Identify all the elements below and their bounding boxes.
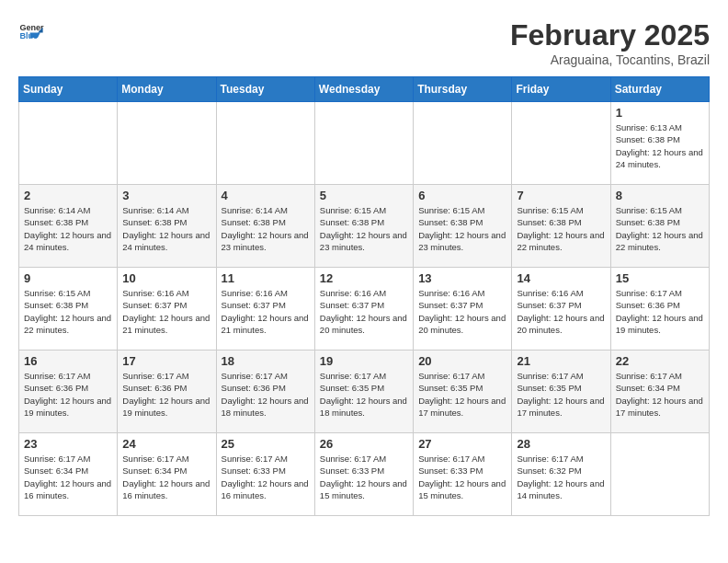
weekday-header-wednesday: Wednesday (314, 77, 413, 102)
week-row-3: 9Sunrise: 6:15 AMSunset: 6:38 PMDaylight… (19, 268, 710, 350)
day-info: Sunrise: 6:16 AMSunset: 6:37 PMDaylight:… (320, 287, 408, 336)
day-cell: 2Sunrise: 6:14 AMSunset: 6:38 PMDaylight… (19, 185, 118, 268)
day-cell: 18Sunrise: 6:17 AMSunset: 6:36 PMDayligh… (216, 350, 314, 433)
weekday-header-friday: Friday (512, 77, 610, 102)
subtitle: Araguaina, Tocantins, Brazil (510, 52, 710, 67)
day-info: Sunrise: 6:17 AMSunset: 6:34 PMDaylight:… (24, 453, 112, 501)
day-cell: 4Sunrise: 6:14 AMSunset: 6:38 PMDaylight… (216, 185, 314, 268)
day-info: Sunrise: 6:15 AMSunset: 6:38 PMDaylight:… (24, 287, 112, 336)
day-number: 19 (320, 354, 408, 368)
day-number: 24 (122, 437, 210, 451)
day-cell: 15Sunrise: 6:17 AMSunset: 6:36 PMDayligh… (610, 268, 709, 350)
day-cell: 28Sunrise: 6:17 AMSunset: 6:32 PMDayligh… (512, 433, 610, 516)
day-number: 11 (222, 271, 310, 285)
day-info: Sunrise: 6:17 AMSunset: 6:33 PMDaylight:… (418, 453, 506, 501)
day-cell: 20Sunrise: 6:17 AMSunset: 6:35 PMDayligh… (414, 350, 512, 433)
day-info: Sunrise: 6:17 AMSunset: 6:33 PMDaylight:… (222, 453, 310, 501)
day-number: 1 (616, 106, 704, 120)
day-number: 8 (616, 189, 704, 202)
logo: General Blue (18, 18, 44, 44)
week-row-2: 2Sunrise: 6:14 AMSunset: 6:38 PMDaylight… (19, 185, 710, 268)
day-cell: 26Sunrise: 6:17 AMSunset: 6:33 PMDayligh… (314, 433, 413, 516)
day-info: Sunrise: 6:16 AMSunset: 6:37 PMDaylight:… (222, 287, 310, 336)
day-info: Sunrise: 6:14 AMSunset: 6:38 PMDaylight:… (222, 204, 310, 253)
day-info: Sunrise: 6:17 AMSunset: 6:36 PMDaylight:… (122, 370, 210, 419)
day-cell: 5Sunrise: 6:15 AMSunset: 6:38 PMDaylight… (314, 185, 413, 268)
day-cell: 7Sunrise: 6:15 AMSunset: 6:38 PMDaylight… (512, 185, 610, 268)
day-number: 27 (418, 437, 506, 451)
day-cell (216, 102, 314, 185)
day-cell: 14Sunrise: 6:16 AMSunset: 6:37 PMDayligh… (512, 268, 610, 350)
day-number: 3 (122, 189, 210, 202)
day-number: 12 (320, 271, 408, 285)
header: General Blue February 2025 Araguaina, To… (18, 18, 710, 67)
day-cell (512, 102, 610, 185)
day-number: 7 (517, 189, 605, 202)
day-cell: 3Sunrise: 6:14 AMSunset: 6:38 PMDaylight… (118, 185, 216, 268)
week-row-1: 1Sunrise: 6:13 AMSunset: 6:38 PMDaylight… (19, 102, 710, 185)
day-cell (118, 102, 216, 185)
day-cell: 16Sunrise: 6:17 AMSunset: 6:36 PMDayligh… (19, 350, 118, 433)
weekday-header-sunday: Sunday (19, 77, 118, 102)
weekday-header-row: SundayMondayTuesdayWednesdayThursdayFrid… (19, 77, 710, 102)
day-info: Sunrise: 6:14 AMSunset: 6:38 PMDaylight:… (24, 204, 112, 253)
day-info: Sunrise: 6:17 AMSunset: 6:36 PMDaylight:… (24, 370, 112, 419)
day-number: 26 (320, 437, 408, 451)
day-number: 28 (517, 437, 605, 451)
day-cell: 10Sunrise: 6:16 AMSunset: 6:37 PMDayligh… (118, 268, 216, 350)
day-info: Sunrise: 6:17 AMSunset: 6:35 PMDaylight:… (517, 370, 605, 419)
calendar: SundayMondayTuesdayWednesdayThursdayFrid… (18, 76, 710, 516)
day-info: Sunrise: 6:17 AMSunset: 6:36 PMDaylight:… (616, 287, 704, 336)
day-cell: 17Sunrise: 6:17 AMSunset: 6:36 PMDayligh… (118, 350, 216, 433)
day-cell: 22Sunrise: 6:17 AMSunset: 6:34 PMDayligh… (610, 350, 709, 433)
day-info: Sunrise: 6:14 AMSunset: 6:38 PMDaylight:… (122, 204, 210, 253)
day-info: Sunrise: 6:15 AMSunset: 6:38 PMDaylight:… (320, 204, 408, 253)
day-number: 18 (222, 354, 310, 368)
day-number: 15 (616, 271, 704, 285)
day-info: Sunrise: 6:16 AMSunset: 6:37 PMDaylight:… (418, 287, 506, 336)
day-number: 2 (24, 189, 112, 202)
day-cell: 13Sunrise: 6:16 AMSunset: 6:37 PMDayligh… (414, 268, 512, 350)
day-info: Sunrise: 6:17 AMSunset: 6:36 PMDaylight:… (222, 370, 310, 419)
day-info: Sunrise: 6:15 AMSunset: 6:38 PMDaylight:… (517, 204, 605, 253)
day-info: Sunrise: 6:13 AMSunset: 6:38 PMDaylight:… (616, 121, 704, 170)
day-cell: 8Sunrise: 6:15 AMSunset: 6:38 PMDaylight… (610, 185, 709, 268)
day-number: 6 (418, 189, 506, 202)
day-cell (610, 433, 709, 516)
day-number: 23 (24, 437, 112, 451)
logo-icon: General Blue (18, 18, 44, 44)
day-number: 13 (418, 271, 506, 285)
weekday-header-tuesday: Tuesday (216, 77, 314, 102)
day-cell (414, 102, 512, 185)
day-cell: 19Sunrise: 6:17 AMSunset: 6:35 PMDayligh… (314, 350, 413, 433)
day-number: 21 (517, 354, 605, 368)
day-number: 17 (122, 354, 210, 368)
day-number: 16 (24, 354, 112, 368)
day-info: Sunrise: 6:17 AMSunset: 6:35 PMDaylight:… (418, 370, 506, 419)
day-number: 9 (24, 271, 112, 285)
day-number: 20 (418, 354, 506, 368)
day-cell: 25Sunrise: 6:17 AMSunset: 6:33 PMDayligh… (216, 433, 314, 516)
title-area: February 2025 Araguaina, Tocantins, Braz… (510, 18, 710, 67)
day-cell: 11Sunrise: 6:16 AMSunset: 6:37 PMDayligh… (216, 268, 314, 350)
day-cell: 1Sunrise: 6:13 AMSunset: 6:38 PMDaylight… (610, 102, 709, 185)
svg-text:Blue: Blue (19, 31, 38, 40)
week-row-4: 16Sunrise: 6:17 AMSunset: 6:36 PMDayligh… (19, 350, 710, 433)
day-number: 25 (222, 437, 310, 451)
day-cell: 12Sunrise: 6:16 AMSunset: 6:37 PMDayligh… (314, 268, 413, 350)
weekday-header-saturday: Saturday (610, 77, 709, 102)
day-cell: 23Sunrise: 6:17 AMSunset: 6:34 PMDayligh… (19, 433, 118, 516)
day-number: 4 (222, 189, 310, 202)
month-title: February 2025 (510, 18, 710, 52)
day-cell: 9Sunrise: 6:15 AMSunset: 6:38 PMDaylight… (19, 268, 118, 350)
day-cell (19, 102, 118, 185)
weekday-header-monday: Monday (118, 77, 216, 102)
day-info: Sunrise: 6:17 AMSunset: 6:34 PMDaylight:… (122, 453, 210, 501)
day-info: Sunrise: 6:15 AMSunset: 6:38 PMDaylight:… (418, 204, 506, 253)
day-cell: 21Sunrise: 6:17 AMSunset: 6:35 PMDayligh… (512, 350, 610, 433)
day-info: Sunrise: 6:16 AMSunset: 6:37 PMDaylight:… (122, 287, 210, 336)
day-cell (314, 102, 413, 185)
day-number: 22 (616, 354, 704, 368)
day-info: Sunrise: 6:16 AMSunset: 6:37 PMDaylight:… (517, 287, 605, 336)
weekday-header-thursday: Thursday (414, 77, 512, 102)
